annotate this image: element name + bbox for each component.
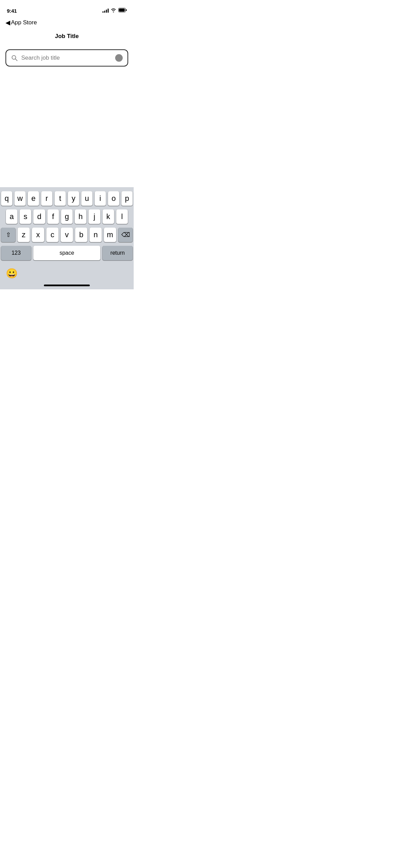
backspace-key[interactable]: ⌫: [118, 228, 133, 242]
key-e[interactable]: e: [28, 191, 39, 206]
keyboard-bottom-row: 123 space return: [0, 242, 134, 264]
emoji-button[interactable]: 😀: [5, 267, 18, 279]
key-a[interactable]: a: [6, 209, 17, 224]
key-n[interactable]: n: [89, 228, 102, 242]
keyboard: q w e r t y u i o p a s d f g h j k l ⇧ …: [0, 187, 134, 289]
key-k[interactable]: k: [102, 209, 114, 224]
key-p[interactable]: p: [121, 191, 133, 206]
page-title: Job Title: [55, 33, 79, 40]
svg-rect-1: [126, 9, 127, 11]
key-b[interactable]: b: [75, 228, 87, 242]
key-l[interactable]: l: [116, 209, 128, 224]
key-r[interactable]: r: [41, 191, 52, 206]
key-v[interactable]: v: [61, 228, 73, 242]
back-nav[interactable]: ◀ App Store: [0, 16, 134, 29]
key-o[interactable]: o: [108, 191, 119, 206]
svg-line-4: [15, 59, 17, 61]
wifi-icon: [111, 8, 116, 14]
home-bar: [44, 285, 90, 286]
key-d[interactable]: d: [33, 209, 45, 224]
keyboard-row-1: q w e r t y u i o p: [1, 191, 133, 206]
search-input[interactable]: [21, 55, 112, 61]
key-h[interactable]: h: [75, 209, 86, 224]
key-x[interactable]: x: [32, 228, 44, 242]
page-header: Job Title: [0, 29, 134, 44]
back-arrow-icon: ◀: [5, 20, 10, 26]
key-z[interactable]: z: [17, 228, 30, 242]
keyboard-rows: q w e r t y u i o p a s d f g h j k l ⇧ …: [0, 187, 134, 242]
key-y[interactable]: y: [68, 191, 79, 206]
svg-rect-2: [119, 9, 125, 12]
keyboard-extras: 😀: [0, 264, 134, 282]
key-g[interactable]: g: [61, 209, 73, 224]
battery-icon: [118, 8, 127, 14]
clear-button[interactable]: [115, 54, 123, 62]
status-bar: 9:41: [0, 0, 134, 16]
search-box[interactable]: [5, 49, 128, 67]
keyboard-row-2: a s d f g h j k l: [1, 209, 133, 224]
search-container: [0, 44, 134, 67]
signal-icon: [102, 9, 109, 13]
key-w[interactable]: w: [14, 191, 26, 206]
key-space[interactable]: space: [33, 246, 100, 260]
home-indicator: [0, 282, 134, 289]
status-icons: [102, 8, 127, 14]
key-j[interactable]: j: [88, 209, 100, 224]
shift-key[interactable]: ⇧: [1, 228, 15, 242]
status-time: 9:41: [7, 8, 17, 14]
keyboard-row-3: ⇧ z x c v b n m ⌫: [1, 228, 133, 242]
key-s[interactable]: s: [20, 209, 31, 224]
key-m[interactable]: m: [104, 228, 116, 242]
back-label: App Store: [11, 19, 37, 26]
key-return[interactable]: return: [102, 246, 133, 260]
key-c[interactable]: c: [46, 228, 59, 242]
key-123[interactable]: 123: [1, 246, 31, 260]
search-icon: [11, 55, 18, 61]
key-u[interactable]: u: [81, 191, 93, 206]
key-i[interactable]: i: [95, 191, 106, 206]
key-f[interactable]: f: [47, 209, 59, 224]
key-t[interactable]: t: [54, 191, 66, 206]
key-q[interactable]: q: [1, 191, 12, 206]
